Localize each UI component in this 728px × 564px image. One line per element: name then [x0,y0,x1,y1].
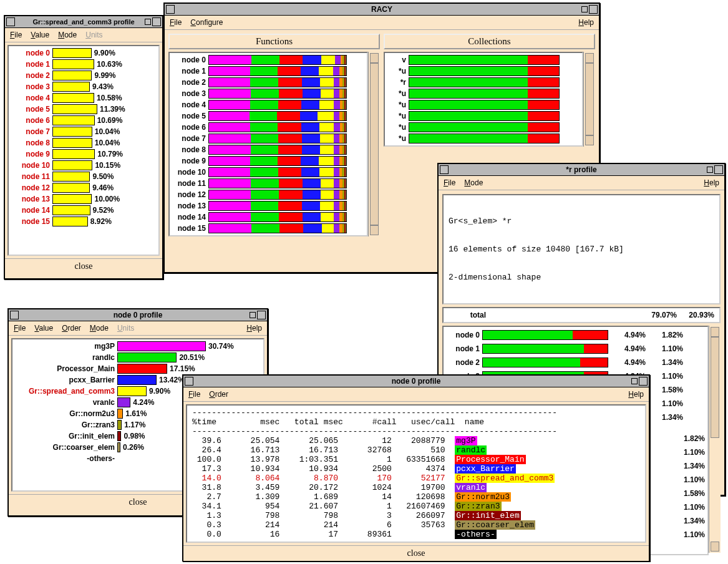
function-row[interactable]: node 5 [172,110,364,122]
table-row[interactable]: 0.3 214 214 6 35763 Gr::coarser_elem [192,520,640,530]
titlebar[interactable]: *r profile [439,164,724,176]
menu-value[interactable]: Value [34,324,53,333]
wm-min-icon[interactable] [250,312,256,318]
functions-scrollbar[interactable] [368,52,380,236]
function-row[interactable]: node 12 [172,189,364,200]
menu-help[interactable]: Help [704,178,719,187]
function-row[interactable]: node 11 [172,178,364,189]
node-row[interactable]: node 610.69% [11,115,156,126]
collection-label: *u [387,100,406,109]
function-row[interactable]: node 7 [172,133,364,144]
titlebar[interactable]: Gr::spread_and_comm3 profile [5,16,162,28]
node-row[interactable]: node 29.99% [11,70,156,81]
collection-row[interactable]: v [387,54,580,66]
wm-menu-icon[interactable] [166,5,175,14]
menu-value[interactable]: Value [31,31,49,39]
function-row[interactable]: node 6 [172,122,364,133]
wm-min-icon[interactable] [581,6,588,12]
menu-mode[interactable]: Mode [90,324,109,333]
function-row[interactable]: mg3P30.74% [15,341,261,352]
node-row[interactable]: node 09.90% [11,47,156,59]
node-row[interactable]: node 1010.15% [11,160,156,171]
collection-row[interactable]: *u [387,133,580,144]
node-row[interactable]: node 710.04% [11,126,156,137]
wm-max-icon[interactable] [589,5,598,14]
collection-row[interactable]: *r [387,77,580,88]
node-row[interactable]: node 149.52% [11,205,156,216]
node-row[interactable]: node 39.43% [11,81,156,92]
function-row[interactable]: node 15 [172,223,364,234]
close-button[interactable]: close [183,545,649,561]
wm-menu-icon[interactable] [6,17,15,26]
function-row[interactable]: node 13 [172,200,364,212]
table-row[interactable]: 34.1 954 21.607 1 21607469 Gr::zran3 [192,502,640,511]
node-row[interactable]: node 14.94%1.10% [446,342,705,356]
node-row[interactable]: node 110.63% [11,59,156,70]
menu-help[interactable]: Help [246,324,262,333]
menu-file[interactable]: File [444,178,455,187]
function-row[interactable]: randlc20.51% [15,352,261,363]
wm-min-icon[interactable] [145,19,151,25]
menu-help[interactable]: Help [628,390,644,399]
wm-max-icon[interactable] [257,311,266,319]
wm-max-icon[interactable] [714,165,723,174]
function-row[interactable]: node 8 [172,144,364,155]
collection-row[interactable]: *u [387,66,580,77]
table-row[interactable]: 31.8 3.459 20.172 1024 19700 vranlc [192,483,640,492]
table-row[interactable]: 14.0 8.064 8.870 170 52177 Gr::spread_an… [192,474,640,483]
table-row[interactable]: 0.0 16 17 89361 -others- [192,530,640,539]
menu-order[interactable]: Order [209,390,228,399]
function-row[interactable]: node 0 [172,54,364,66]
node-row[interactable]: node 410.58% [11,92,156,104]
node-row[interactable]: node 129.46% [11,182,156,193]
wm-menu-icon[interactable] [185,377,193,386]
r-scrollbar[interactable] [709,326,721,553]
menu-configure[interactable]: Configure [190,18,223,27]
table-row[interactable]: 26.4 16.713 16.713 32768 510 randlc [192,445,640,455]
collection-row[interactable]: *u [387,122,580,133]
menu-help[interactable]: HHelpelp [578,18,594,27]
close-button[interactable]: close [5,258,162,274]
function-row[interactable]: node 10 [172,167,364,178]
collection-row[interactable]: *u [387,99,580,110]
menu-order[interactable]: Order [62,324,81,333]
node-row[interactable]: node 1310.00% [11,193,156,205]
menu-file[interactable]: File [14,324,26,333]
titlebar[interactable]: RACY [165,4,599,16]
wm-min-icon[interactable] [631,378,638,384]
menu-file[interactable]: File [188,390,200,399]
function-row[interactable]: node 3 [172,88,364,99]
collection-row[interactable]: *u [387,110,580,122]
node-row[interactable]: node 24.94%1.34% [446,356,705,369]
function-row[interactable]: node 2 [172,77,364,88]
function-row[interactable]: node 1 [172,66,364,77]
wm-menu-icon[interactable] [10,311,19,319]
collections-scrollbar[interactable] [583,52,595,147]
table-row[interactable]: 17.3 10.934 10.934 2500 4374 pcxx_Barrie… [192,464,640,474]
titlebar[interactable]: node 0 profile [183,376,649,387]
menu-file[interactable]: File [10,31,22,39]
function-row[interactable]: node 4 [172,99,364,110]
table-row[interactable]: 39.6 25.054 25.065 12 2088779 mg3P [192,436,640,445]
node-row[interactable]: node 910.79% [11,148,156,160]
collection-row[interactable]: *u [387,88,580,99]
menu-file[interactable]: File [170,18,182,27]
node-row[interactable]: node 810.04% [11,137,156,148]
node-row[interactable]: node 119.50% [11,171,156,182]
titlebar[interactable]: node 0 profile [9,309,267,321]
menu-mode[interactable]: Mode [58,31,77,39]
wm-min-icon[interactable] [707,167,713,173]
node-row[interactable]: node 511.39% [11,104,156,115]
wm-menu-icon[interactable] [440,165,449,174]
table-row[interactable]: 100.0 13.978 1:03.351 1 63351668 Process… [192,455,640,464]
menu-mode[interactable]: Mode [464,178,483,187]
node-row[interactable]: node 04.94%1.82% [446,328,705,342]
table-row[interactable]: 1.3 798 798 3 266097 Gr::init_elem [192,511,640,520]
function-row[interactable]: node 14 [172,212,364,223]
function-row[interactable]: Processor_Main17.15% [15,363,261,374]
wm-max-icon[interactable] [152,17,161,26]
node-row[interactable]: node 158.92% [11,216,156,227]
table-row[interactable]: 2.7 1.309 1.689 14 120698 Gr::norm2u3 [192,492,640,502]
wm-max-icon[interactable] [639,377,648,386]
function-row[interactable]: node 9 [172,155,364,167]
